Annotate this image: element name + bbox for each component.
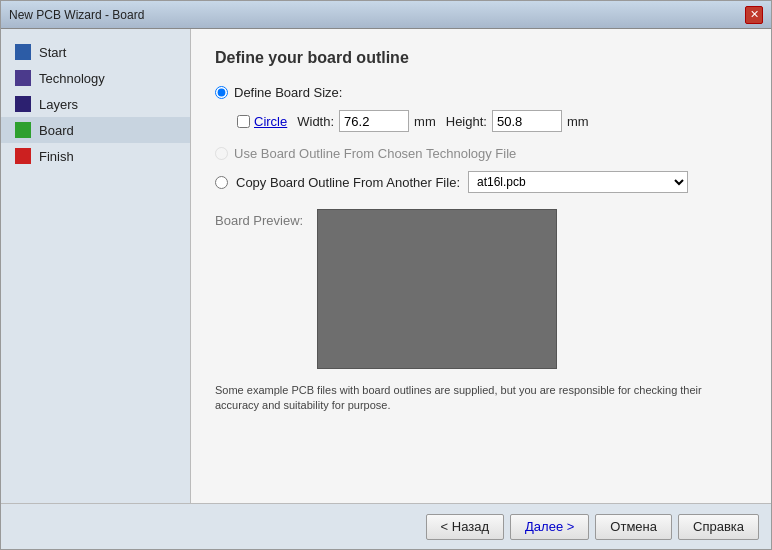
circle-checkbox[interactable] xyxy=(237,115,250,128)
preview-section: Board Preview: xyxy=(215,209,747,369)
define-board-size-row: Define Board Size: xyxy=(215,85,747,100)
use-outline-row: Use Board Outline From Chosen Technology… xyxy=(215,146,747,161)
width-label: Width: xyxy=(297,114,334,129)
preview-box xyxy=(317,209,557,369)
next-button[interactable]: Далее > xyxy=(510,514,589,540)
use-outline-label: Use Board Outline From Chosen Technology… xyxy=(234,146,516,161)
sidebar-label-start: Start xyxy=(39,45,66,60)
technology-icon xyxy=(15,70,31,86)
sidebar-item-start[interactable]: Start xyxy=(1,39,190,65)
copy-outline-dropdown[interactable]: at16l.pcb xyxy=(468,171,688,193)
copy-outline-label[interactable]: Copy Board Outline From Another File: xyxy=(236,175,460,190)
circle-label[interactable]: Circle xyxy=(254,114,287,129)
use-outline-radio[interactable] xyxy=(215,147,228,160)
main-window: New PCB Wizard - Board ✕ Start Technolog… xyxy=(0,0,772,550)
width-group: Width: mm xyxy=(297,110,436,132)
width-unit: mm xyxy=(414,114,436,129)
define-size-label[interactable]: Define Board Size: xyxy=(234,85,342,100)
sidebar-item-technology[interactable]: Technology xyxy=(1,65,190,91)
start-icon xyxy=(15,44,31,60)
board-icon xyxy=(15,122,31,138)
sidebar-label-finish: Finish xyxy=(39,149,74,164)
sidebar-item-layers[interactable]: Layers xyxy=(1,91,190,117)
page-title: Define your board outline xyxy=(215,49,747,67)
copy-outline-row: Copy Board Outline From Another File: at… xyxy=(215,171,747,193)
titlebar: New PCB Wizard - Board ✕ xyxy=(1,1,771,29)
copy-outline-radio[interactable] xyxy=(215,176,228,189)
layers-icon xyxy=(15,96,31,112)
sidebar-label-technology: Technology xyxy=(39,71,105,86)
finish-icon xyxy=(15,148,31,164)
width-input[interactable] xyxy=(339,110,409,132)
height-unit: mm xyxy=(567,114,589,129)
close-button[interactable]: ✕ xyxy=(745,6,763,24)
help-button[interactable]: Справка xyxy=(678,514,759,540)
define-size-radio[interactable] xyxy=(215,86,228,99)
height-input[interactable] xyxy=(492,110,562,132)
content-area: Start Technology Layers Board Finish Def… xyxy=(1,29,771,503)
circle-check-group: Circle xyxy=(237,114,287,129)
info-text: Some example PCB files with board outlin… xyxy=(215,383,715,414)
main-panel: Define your board outline Define Board S… xyxy=(191,29,771,503)
sidebar-label-layers: Layers xyxy=(39,97,78,112)
size-row: Circle Width: mm Height: mm xyxy=(237,110,747,132)
sidebar-label-board: Board xyxy=(39,123,74,138)
height-group: Height: mm xyxy=(446,110,589,132)
sidebar-item-board[interactable]: Board xyxy=(1,117,190,143)
sidebar: Start Technology Layers Board Finish xyxy=(1,29,191,503)
footer: < Назад Далее > Отмена Справка xyxy=(1,503,771,549)
cancel-button[interactable]: Отмена xyxy=(595,514,672,540)
height-label: Height: xyxy=(446,114,487,129)
preview-label: Board Preview: xyxy=(215,213,303,228)
window-title: New PCB Wizard - Board xyxy=(9,8,144,22)
back-button[interactable]: < Назад xyxy=(426,514,504,540)
sidebar-item-finish[interactable]: Finish xyxy=(1,143,190,169)
